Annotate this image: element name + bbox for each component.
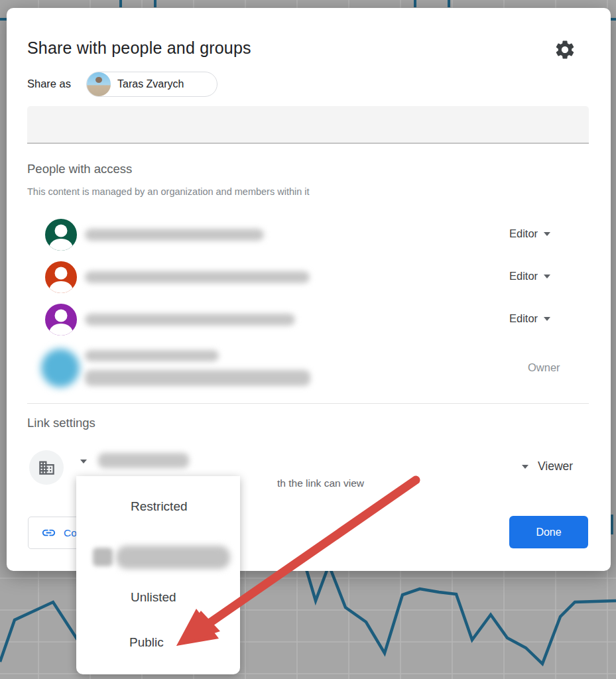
link-access-caption: th the link can view	[277, 477, 364, 489]
person-avatar-icon	[45, 219, 77, 251]
add-people-input[interactable]	[27, 106, 589, 144]
user-avatar	[87, 72, 111, 96]
blurred-email	[85, 314, 295, 326]
org-scope-button[interactable]	[29, 450, 64, 485]
blurred-email	[85, 271, 310, 283]
user-name: Taras Zvarych	[117, 78, 184, 90]
blurred-domain-name	[98, 453, 189, 468]
organization-building-icon	[38, 459, 56, 477]
done-button[interactable]: Done	[509, 516, 588, 548]
blurred-menu-icon	[93, 548, 113, 566]
share-as-label: Share as	[27, 78, 71, 90]
link-role-dropdown-viewer[interactable]: Viewer	[522, 460, 573, 473]
org-managed-note: This content is managed by an organizati…	[27, 186, 310, 197]
role-dropdown-editor[interactable]: Editor	[509, 270, 550, 282]
link-visibility-menu: Restricted Unlisted Public	[76, 476, 240, 674]
screenshot-canvas: Share with people and groups Share as Ta…	[0, 0, 616, 679]
chevron-down-icon	[544, 275, 550, 278]
menu-item-restricted[interactable]: Restricted	[131, 499, 188, 514]
role-dropdown-editor[interactable]: Editor	[509, 227, 550, 240]
menu-item-unlisted[interactable]: Unlisted	[131, 590, 176, 605]
chevron-down-icon	[544, 317, 550, 321]
blurred-owner-name	[85, 350, 219, 361]
chevron-down-icon	[522, 465, 528, 469]
link-icon	[41, 525, 56, 540]
section-divider	[27, 403, 589, 404]
link-settings-heading: Link settings	[27, 416, 95, 430]
person-avatar-icon	[45, 261, 77, 293]
owner-avatar-blurred	[41, 349, 80, 387]
people-with-access-heading: People with access	[27, 162, 132, 176]
blurred-menu-item[interactable]	[116, 546, 230, 569]
blurred-email	[85, 229, 264, 241]
chevron-down-icon[interactable]	[80, 460, 87, 463]
owner-role-label: Owner	[528, 361, 560, 374]
dialog-title: Share with people and groups	[27, 38, 251, 58]
settings-gear-icon[interactable]	[554, 38, 576, 61]
chevron-down-icon	[544, 232, 550, 236]
menu-item-public[interactable]: Public	[129, 635, 164, 650]
blurred-owner-email	[85, 370, 310, 386]
share-as-account-chip[interactable]: Taras Zvarych	[86, 72, 217, 97]
role-dropdown-editor[interactable]: Editor	[509, 312, 550, 325]
person-avatar-icon	[45, 304, 77, 336]
